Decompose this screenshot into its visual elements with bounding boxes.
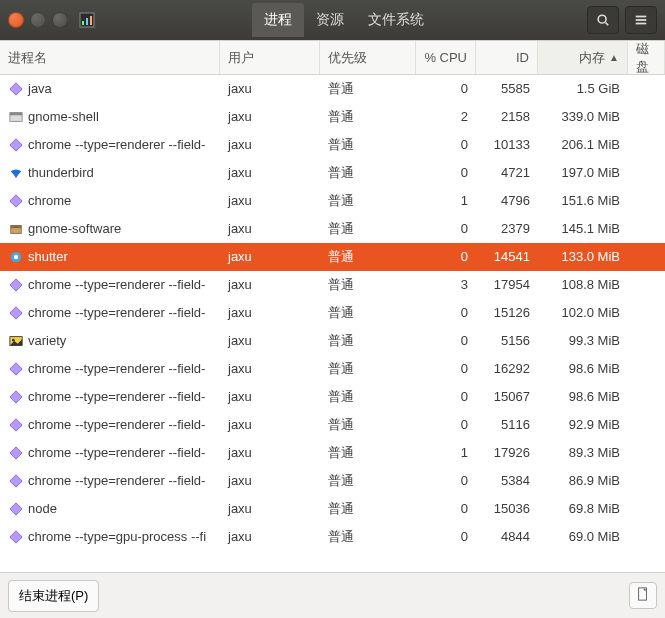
process-icon bbox=[8, 529, 24, 545]
table-row[interactable]: chrome --type=renderer --field-jaxu普通117… bbox=[0, 439, 665, 467]
process-cpu: 0 bbox=[416, 305, 476, 320]
table-row[interactable]: chrome --type=renderer --field-jaxu普通015… bbox=[0, 383, 665, 411]
table-row[interactable]: thunderbirdjaxu普通04721197.0 MiB bbox=[0, 159, 665, 187]
properties-button[interactable] bbox=[629, 582, 657, 609]
table-row[interactable]: chrome --type=renderer --field-jaxu普通051… bbox=[0, 411, 665, 439]
process-priority: 普通 bbox=[320, 416, 416, 434]
table-row[interactable]: gnome-softwarejaxu普通02379145.1 MiB bbox=[0, 215, 665, 243]
search-button[interactable] bbox=[587, 6, 619, 34]
process-cpu: 1 bbox=[416, 193, 476, 208]
process-icon bbox=[8, 417, 24, 433]
table-row[interactable]: gnome-shelljaxu普通22158339.0 MiB bbox=[0, 103, 665, 131]
process-memory: 151.6 MiB bbox=[538, 193, 628, 208]
process-memory: 108.8 MiB bbox=[538, 277, 628, 292]
process-user: jaxu bbox=[220, 109, 320, 124]
process-name: chrome bbox=[28, 193, 71, 208]
process-name: gnome-shell bbox=[28, 109, 99, 124]
process-cpu: 2 bbox=[416, 109, 476, 124]
process-name: chrome --type=renderer --field- bbox=[28, 473, 205, 488]
process-memory: 89.3 MiB bbox=[538, 445, 628, 460]
app-icon bbox=[78, 11, 96, 29]
process-priority: 普通 bbox=[320, 360, 416, 378]
process-cpu: 0 bbox=[416, 417, 476, 432]
sort-indicator-icon: ▲ bbox=[609, 52, 619, 63]
process-priority: 普通 bbox=[320, 444, 416, 462]
table-row[interactable]: chrome --type=renderer --field-jaxu普通053… bbox=[0, 467, 665, 495]
process-user: jaxu bbox=[220, 165, 320, 180]
process-icon bbox=[8, 473, 24, 489]
process-name: chrome --type=renderer --field- bbox=[28, 389, 205, 404]
process-id: 5116 bbox=[476, 417, 538, 432]
process-name: chrome --type=renderer --field- bbox=[28, 277, 205, 292]
process-icon bbox=[8, 361, 24, 377]
document-icon bbox=[636, 587, 650, 601]
process-user: jaxu bbox=[220, 529, 320, 544]
process-cpu: 0 bbox=[416, 501, 476, 516]
col-header-name[interactable]: 进程名 bbox=[0, 41, 220, 74]
col-header-disk[interactable]: 磁盘 bbox=[628, 41, 665, 74]
process-icon bbox=[8, 445, 24, 461]
table-row[interactable]: chrome --type=renderer --field-jaxu普通015… bbox=[0, 299, 665, 327]
table-row[interactable]: chrome --type=renderer --field-jaxu普通010… bbox=[0, 131, 665, 159]
process-user: jaxu bbox=[220, 445, 320, 460]
table-row[interactable]: chrome --type=renderer --field-jaxu普通317… bbox=[0, 271, 665, 299]
process-priority: 普通 bbox=[320, 80, 416, 98]
table-row[interactable]: varietyjaxu普通0515699.3 MiB bbox=[0, 327, 665, 355]
process-icon bbox=[8, 137, 24, 153]
process-user: jaxu bbox=[220, 473, 320, 488]
process-cpu: 0 bbox=[416, 81, 476, 96]
process-table: 进程名 用户 优先级 % CPU ID 内存 ▲ 磁盘 javajaxu普通05… bbox=[0, 40, 665, 572]
process-user: jaxu bbox=[220, 249, 320, 264]
process-priority: 普通 bbox=[320, 108, 416, 126]
process-name: java bbox=[28, 81, 52, 96]
table-row[interactable]: chromejaxu普通14796151.6 MiB bbox=[0, 187, 665, 215]
window-minimize-button[interactable] bbox=[30, 12, 46, 28]
process-id: 5384 bbox=[476, 473, 538, 488]
svg-line-5 bbox=[606, 23, 609, 26]
process-cpu: 0 bbox=[416, 165, 476, 180]
svg-rect-2 bbox=[86, 18, 88, 25]
table-row[interactable]: javajaxu普通055851.5 GiB bbox=[0, 75, 665, 103]
process-id: 2379 bbox=[476, 221, 538, 236]
col-header-cpu[interactable]: % CPU bbox=[416, 41, 476, 74]
process-memory: 197.0 MiB bbox=[538, 165, 628, 180]
end-process-button[interactable]: 结束进程(P) bbox=[8, 580, 99, 612]
process-id: 10133 bbox=[476, 137, 538, 152]
process-memory: 1.5 GiB bbox=[538, 81, 628, 96]
process-cpu: 0 bbox=[416, 361, 476, 376]
table-row[interactable]: shutterjaxu普通014541133.0 MiB bbox=[0, 243, 665, 271]
col-header-priority[interactable]: 优先级 bbox=[320, 41, 416, 74]
process-name: gnome-software bbox=[28, 221, 121, 236]
process-cpu: 0 bbox=[416, 221, 476, 236]
table-body[interactable]: javajaxu普通055851.5 GiBgnome-shelljaxu普通2… bbox=[0, 75, 665, 572]
process-user: jaxu bbox=[220, 501, 320, 516]
menu-button[interactable] bbox=[625, 6, 657, 34]
titlebar: 进程资源文件系统 bbox=[0, 0, 665, 40]
process-icon bbox=[8, 389, 24, 405]
process-memory: 145.1 MiB bbox=[538, 221, 628, 236]
window-maximize-button[interactable] bbox=[52, 12, 68, 28]
svg-rect-10 bbox=[10, 112, 22, 115]
process-memory: 339.0 MiB bbox=[538, 109, 628, 124]
tab-1[interactable]: 资源 bbox=[304, 3, 356, 37]
svg-rect-6 bbox=[636, 16, 647, 18]
process-user: jaxu bbox=[220, 333, 320, 348]
process-user: jaxu bbox=[220, 277, 320, 292]
window-close-button[interactable] bbox=[8, 12, 24, 28]
process-priority: 普通 bbox=[320, 220, 416, 238]
process-memory: 69.0 MiB bbox=[538, 529, 628, 544]
tab-0[interactable]: 进程 bbox=[252, 3, 304, 37]
process-user: jaxu bbox=[220, 417, 320, 432]
table-row[interactable]: chrome --type=renderer --field-jaxu普通016… bbox=[0, 355, 665, 383]
process-id: 17926 bbox=[476, 445, 538, 460]
table-row[interactable]: chrome --type=gpu-process --fijaxu普通0484… bbox=[0, 523, 665, 551]
process-id: 4721 bbox=[476, 165, 538, 180]
tab-2[interactable]: 文件系统 bbox=[356, 3, 436, 37]
col-header-memory[interactable]: 内存 ▲ bbox=[538, 41, 628, 74]
col-header-id[interactable]: ID bbox=[476, 41, 538, 74]
process-cpu: 0 bbox=[416, 249, 476, 264]
process-id: 5156 bbox=[476, 333, 538, 348]
col-header-user[interactable]: 用户 bbox=[220, 41, 320, 74]
process-name: chrome --type=renderer --field- bbox=[28, 417, 205, 432]
table-row[interactable]: nodejaxu普通01503669.8 MiB bbox=[0, 495, 665, 523]
